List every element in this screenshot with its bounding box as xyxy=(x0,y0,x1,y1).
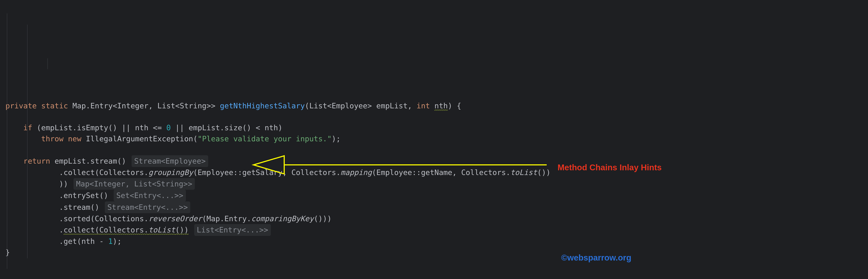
keyword-new: new xyxy=(68,134,82,143)
collect-mid: (Employee::getSalary, Collectors. xyxy=(193,168,341,177)
collect2-dot: . xyxy=(59,226,64,234)
collect2-call: collect(Collectors.toList()) xyxy=(64,226,189,234)
annotation-label: Method Chains Inlay Hints xyxy=(558,161,662,173)
literal-one: 1 xyxy=(108,237,113,246)
get-call: .get(nth - xyxy=(59,237,108,246)
keyword-private: private xyxy=(5,102,37,110)
collect-call: .collect(Collectors. xyxy=(59,168,149,177)
comparingbykey: comparingByKey xyxy=(251,214,314,223)
inlay-hint-set[interactable]: Set<Entry<...>> xyxy=(114,190,186,201)
if-cond-2: || empList.size() < nth) xyxy=(171,123,282,132)
inlay-hint-stream-entry[interactable]: Stream<Entry<...>> xyxy=(105,201,190,213)
keyword-int: int xyxy=(416,102,430,110)
collect-close: )) xyxy=(59,179,68,188)
exception-close: ); xyxy=(332,134,341,143)
stream2-call: .stream() xyxy=(59,203,99,212)
if-cond: (empList.isEmpty() || nth <= xyxy=(32,123,166,132)
return-type: Map.Entry<Integer, List<String>> xyxy=(72,102,215,110)
indent-guide xyxy=(27,25,28,258)
collect2-close: ()) xyxy=(175,226,189,234)
collect-end: ()) xyxy=(537,168,551,177)
sorted-close: ())) xyxy=(314,214,332,223)
literal-zero: 0 xyxy=(166,123,171,132)
paren-close: ) { xyxy=(448,102,461,110)
collect-mid2: (Employee::getName, Collectors. xyxy=(372,168,510,177)
groupingby: groupingBy xyxy=(149,168,193,177)
keyword-static: static xyxy=(41,102,68,110)
param-nth: nth xyxy=(434,102,448,110)
keyword-throw: throw xyxy=(41,134,63,143)
tolist2: toList xyxy=(149,226,175,234)
inlay-hint-stream-employee[interactable]: Stream<Employee> xyxy=(132,155,208,167)
sorted-call: .sorted(Collections. xyxy=(59,214,149,223)
exception-type: IllegalArgumentException( xyxy=(86,134,197,143)
entryset-call: .entrySet() xyxy=(59,191,108,200)
mapping: mapping xyxy=(341,168,372,177)
inlay-hint-map[interactable]: Map<Integer, List<String>> xyxy=(73,178,195,190)
indent-guide xyxy=(48,58,48,69)
reverseorder: reverseOrder xyxy=(149,214,202,223)
indent-guide xyxy=(7,13,7,269)
params-open: (List<Employee> empList, xyxy=(305,102,416,110)
string-literal: "Please validate your inputs." xyxy=(197,134,332,143)
stream-call: empList.stream() xyxy=(50,157,126,165)
close-brace: } xyxy=(5,248,10,257)
method-name: getNthHighestSalary xyxy=(220,102,305,110)
tolist: toList xyxy=(510,168,537,177)
sorted-mid: (Map.Entry. xyxy=(202,214,251,223)
code-editor[interactable]: private static Map.Entry<Integer, List<S… xyxy=(0,88,868,258)
inlay-hint-list[interactable]: List<Entry<...>> xyxy=(194,224,271,236)
get-close: ); xyxy=(113,237,121,246)
keyword-if: if xyxy=(23,123,32,132)
copyright-label: ©websparrow.org xyxy=(561,251,631,264)
